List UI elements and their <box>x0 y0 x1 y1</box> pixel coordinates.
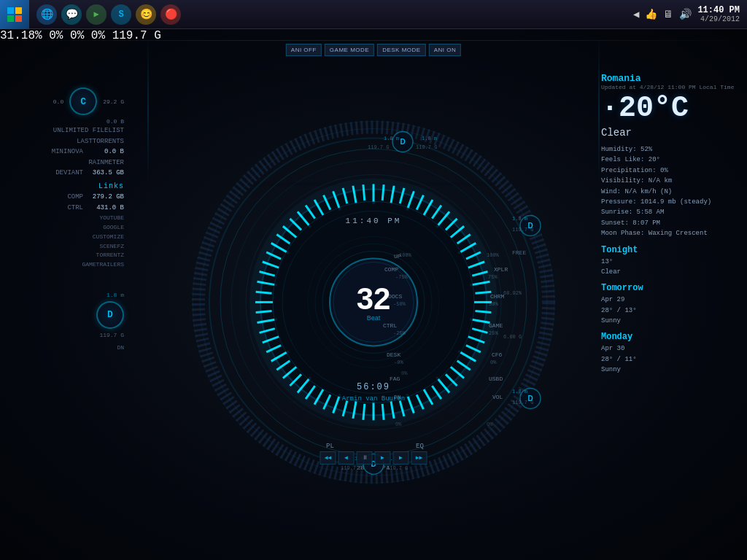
back-icon[interactable]: ◀ <box>633 8 639 20</box>
left-panel: 0.0 C 29.2 G 0.0 B UNLIMITED FILELIST LA… <box>7 88 124 351</box>
ctrl-item: CTRL 431.0 B <box>7 203 124 213</box>
svg-text:USBD: USBD <box>489 376 503 382</box>
youtube-link[interactable]: YOUTUBE <box>7 214 124 223</box>
browser-icon[interactable]: 🌐 <box>36 4 57 25</box>
svg-text:100%: 100% <box>487 252 500 258</box>
svg-text:GAME: GAME <box>489 322 503 329</box>
torrentz-link[interactable]: TORRENTZ <box>7 251 124 260</box>
gametrailers-link[interactable]: GAMETRAILERS <box>7 260 124 270</box>
tomorrow-forecast: Apr 29 28° / 13° Sunny <box>601 295 736 326</box>
svg-line-70 <box>475 311 491 313</box>
dn-label: DN <box>117 344 124 351</box>
pause-button[interactable]: ⏸ <box>357 451 373 464</box>
game-mode-button[interactable]: GAME MODE <box>325 44 374 56</box>
links-title: Links <box>7 182 124 190</box>
hud-buttons-top: ANI OFF GAME MODE DESK MODE ANI ON <box>286 44 461 56</box>
emoji-icon[interactable]: 😊 <box>136 4 156 25</box>
clock: 11:40 PM 4/29/2012 <box>697 5 740 23</box>
svg-rect-0 <box>7 7 14 14</box>
monday-title: Monday <box>601 332 736 342</box>
svg-text:CHRM: CHRM <box>490 293 504 300</box>
lasttorrents-item: LASTTORRENTS <box>7 137 124 147</box>
filelist-item: UNLIMITED FILELIST <box>7 126 124 136</box>
svg-text:CF6: CF6 <box>492 351 503 358</box>
top-divider <box>0 40 747 41</box>
svg-text:119.7 G: 119.7 G <box>387 465 408 471</box>
svg-text:56:09: 56:09 <box>357 382 390 392</box>
comp-value: 279.2 GB <box>88 192 124 202</box>
volume-icon[interactable]: 🔊 <box>679 8 692 20</box>
svg-line-122 <box>363 184 365 201</box>
media-play-icon[interactable]: ▶ <box>86 4 107 25</box>
svg-rect-1 <box>15 7 22 14</box>
svg-text:VOL: VOL <box>492 394 503 400</box>
customize-link[interactable]: CUSTOMIZE <box>7 233 124 242</box>
precipitation: Precipitation: 0% <box>601 166 736 176</box>
svg-text:119.7 G: 119.7 G <box>341 465 362 471</box>
rewind-button[interactable]: ◀◀ <box>320 451 336 464</box>
comp-label: COMP <box>67 192 83 202</box>
svg-text:6.00 G: 6.00 G <box>503 334 522 340</box>
svg-line-104 <box>256 311 272 313</box>
app-red-icon[interactable]: 🔴 <box>160 4 181 25</box>
svg-text:1.8 m: 1.8 m <box>422 136 437 141</box>
d-button-left[interactable]: D <box>96 301 124 329</box>
dot-value: 0.0 <box>53 98 63 105</box>
svg-text:50%: 50% <box>489 301 498 307</box>
comp-item: COMP 279.2 GB <box>7 192 124 202</box>
feels-like: Feels Like: 20° <box>601 155 736 165</box>
svg-line-52 <box>382 184 384 201</box>
stat-zero: 0.0 B <box>7 118 124 125</box>
svg-text:1.8 m: 1.8 m <box>512 389 527 394</box>
svg-text:119.7 G: 119.7 G <box>512 400 533 405</box>
svg-text:0%: 0% <box>395 421 402 427</box>
tomorrow-title: Tomorrow <box>601 283 736 293</box>
scenefz-link[interactable]: SCENEFZ <box>7 242 124 252</box>
next-button[interactable]: ▶ <box>393 451 409 464</box>
weather-details: Humidity: 52% Feels Like: 20° Precipitat… <box>601 144 736 239</box>
vertical-line-left <box>147 36 149 182</box>
prev-button[interactable]: ◀ <box>338 451 355 464</box>
comp-stat: 29.2 G <box>103 98 124 105</box>
deviant-label: DEVIANT <box>55 168 83 178</box>
fast-forward-button[interactable]: ▶▶ <box>411 451 427 464</box>
mininova-label: MININOVA <box>52 147 83 157</box>
monitor-icon[interactable]: 🖥 <box>663 9 673 20</box>
svg-text:119.7 G: 119.7 G <box>368 144 389 150</box>
svg-text:68.92%: 68.92% <box>503 290 522 296</box>
svg-text:0%: 0% <box>487 421 493 427</box>
sunset: Sunset: 8:07 PM <box>601 218 736 228</box>
chat-icon[interactable]: 💬 <box>61 4 82 25</box>
desk-mode-button[interactable]: DESK MODE <box>377 44 426 56</box>
rainmeter-label: RAINMETER <box>88 158 124 168</box>
play-button[interactable]: ▶ <box>375 451 391 464</box>
svg-text:COMP: COMP <box>384 266 398 273</box>
start-button[interactable] <box>0 0 29 29</box>
svg-text:Beat: Beat <box>367 314 381 322</box>
ani-on-button[interactable]: ANI ON <box>429 44 462 56</box>
svg-text:75%: 75% <box>488 274 498 280</box>
wind: Wind: N/A km/h (N) <box>601 187 736 197</box>
hud-svg: 32 Beat 11:40 PM 56:09 Armin van Buuren … <box>184 112 563 491</box>
google-link[interactable]: GOOGLE <box>7 223 124 233</box>
thumbs-icon[interactable]: 👍 <box>645 8 657 20</box>
mininova-value: 0.0 B <box>88 147 124 157</box>
svg-text:100%: 100% <box>399 252 412 258</box>
ani-off-button[interactable]: ANI OFF <box>286 44 322 56</box>
svg-text:32: 32 <box>357 281 391 316</box>
deviant-item: DEVIANT 363.5 GB <box>7 168 124 178</box>
svg-text:DOCS: DOCS <box>388 293 402 300</box>
taskbar-icons: 🌐 💬 ▶ S 😊 🔴 <box>29 4 633 25</box>
time-display: 11:40 PM <box>697 5 740 15</box>
svg-text:-0%: -0% <box>394 359 403 365</box>
svg-line-88 <box>363 404 365 420</box>
skype-icon[interactable]: S <box>111 4 131 25</box>
svg-text:1.8 m: 1.8 m <box>512 216 527 222</box>
svg-text:0%: 0% <box>401 370 408 376</box>
svg-text:FREE: FREE <box>512 249 526 256</box>
humidity: Humidity: 52% <box>601 144 736 155</box>
svg-text:119.7 G: 119.7 G <box>512 227 533 233</box>
svg-text:D: D <box>400 138 405 146</box>
c-button-left[interactable]: C <box>69 88 97 115</box>
indicator-119-left: 119.7 G <box>99 332 124 338</box>
